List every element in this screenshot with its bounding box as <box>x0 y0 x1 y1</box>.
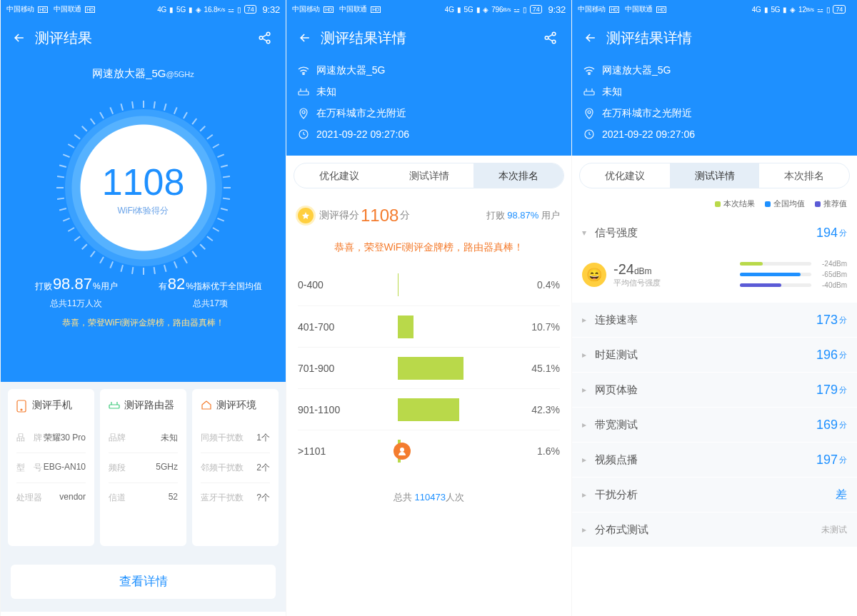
congrats-text: 恭喜，荣登WiFi测评金牌榜，路由器真棒！ <box>1 317 286 329</box>
detail-info: 网速放大器_5G 未知 在万科城市之光附近 2021-09-22 09:27:0… <box>572 57 857 156</box>
page-title: 测评结果详情 <box>606 29 692 48</box>
battery-icon: 74 <box>244 5 257 14</box>
share-button[interactable] <box>541 29 560 47</box>
metric-expanded: 😄 -24dBm平均信号强度 -24dBm-65dBm-40dBm <box>572 250 857 302</box>
tab-0[interactable]: 优化建议 <box>580 163 670 188</box>
page-title: 测评结果 <box>35 29 92 48</box>
metric-item[interactable]: ▸ 干扰分析差 <box>572 478 857 512</box>
svg-point-14 <box>400 448 404 452</box>
card-env: 测评环境 同频干扰数1个邻频干扰数2个蓝牙干扰数?个 <box>192 389 279 546</box>
chevron-icon: ▸ <box>582 350 595 360</box>
medal-icon <box>298 208 314 223</box>
info-row: 处理器vendor <box>16 483 86 513</box>
net-speed: 12B/s <box>798 6 814 14</box>
dist-row: 0-400 0.4% <box>298 264 560 306</box>
location-icon <box>298 108 309 119</box>
view-detail-button[interactable]: 查看详情 <box>11 565 276 599</box>
title-bar: 测评结果详情 <box>286 19 571 57</box>
carrier-1: 中国移动 <box>6 4 34 14</box>
score-number: 1108 <box>65 161 222 203</box>
detail-info: 网速放大器_5G 未知 在万科城市之光附近 2021-09-22 09:27:0… <box>286 57 571 156</box>
home-icon <box>201 400 212 411</box>
signal-5g-icon: 5G <box>464 6 473 14</box>
battery-icon: 74 <box>833 5 846 14</box>
location-text: 在万科城市之光附近 <box>316 107 406 120</box>
wifi-name: 网速放大器_5G <box>316 64 385 77</box>
info-row: 型 号EBG-AN10 <box>16 453 86 483</box>
router-icon <box>298 86 309 98</box>
clock: 9:32 <box>262 4 280 15</box>
chevron-icon: ▸ <box>582 490 595 500</box>
congrats-text: 恭喜，荣登WiFi测评金牌榜，路由器真棒！ <box>286 241 571 254</box>
metric-item[interactable]: ▸ 连接速率173分 <box>572 303 857 337</box>
signal-bars-1: ▮ <box>169 6 174 14</box>
metric-item[interactable]: ▸ 网页体验179分 <box>572 373 857 407</box>
status-bar: 中国移动HD 中国联通HD 4G▮ 5G▮ ◈ 16.8K/s ⚍ ▯ 74 9… <box>1 0 286 19</box>
dist-row: 401-700 10.7% <box>298 306 560 347</box>
chevron-icon: ▸ <box>582 455 595 465</box>
status-bar: 中国移动HD 中国联通HD 4G▮ 5G▮ ◈ 12B/s ⚍ ▯ 74 <box>572 0 857 19</box>
bt-icon: ⚍ <box>817 6 823 14</box>
info-row: 同频干扰数1个 <box>201 423 270 453</box>
title-bar: 测评结果 <box>1 19 286 57</box>
info-row: 品 牌荣耀30 Pro <box>16 423 86 453</box>
metric-item[interactable]: ▸ 分布式测试未测试 <box>572 513 857 547</box>
beat-stat: 打败98.87%用户 总共11万人次 <box>9 275 144 310</box>
score-label: 测评得分 <box>319 209 359 222</box>
metric-item[interactable]: ▾ 信号强度194分 <box>572 216 857 250</box>
router-name: 未知 <box>602 86 622 99</box>
tab-0[interactable]: 优化建议 <box>294 163 384 188</box>
card-router-title: 测评路由器 <box>124 399 174 412</box>
card-phone-title: 测评手机 <box>32 399 72 412</box>
signal-4g-icon: 4G <box>157 6 166 14</box>
card-env-title: 测评环境 <box>216 399 256 412</box>
phone-icon <box>16 400 28 411</box>
chevron-icon: ▾ <box>582 228 595 238</box>
card-phone: 测评手机 品 牌荣耀30 Pro型 号EBG-AN10处理器vendor <box>8 389 94 546</box>
back-button[interactable] <box>582 29 599 46</box>
total-count: 总共 110473人次 <box>286 491 571 504</box>
back-button[interactable] <box>296 29 314 46</box>
svg-point-17 <box>588 111 591 113</box>
metric-list: ▾ 信号强度194分😄 -24dBm平均信号强度 -24dBm-65dBm-40… <box>572 216 857 547</box>
router-name: 未知 <box>316 86 336 99</box>
chevron-icon: ▸ <box>582 385 595 395</box>
chevron-icon: ▸ <box>582 525 595 535</box>
score-number: 1108 <box>361 206 399 226</box>
beat-text: 打败 98.87% 用户 <box>486 209 560 222</box>
router-icon <box>109 400 120 411</box>
phone-detail: 中国移动HD 中国联通HD 4G▮ 5G▮ ◈ 12B/s ⚍ ▯ 74 测评结… <box>571 0 857 616</box>
metric-stat: 有82%指标优于全国均值 总共17项 <box>144 275 278 310</box>
info-row: 蓝牙干扰数?个 <box>201 483 270 513</box>
metric-item[interactable]: ▸ 时延测试196分 <box>572 338 857 372</box>
hd-badge-1: HD <box>38 6 48 13</box>
location-icon <box>583 108 595 119</box>
legend-this: 本次结果 <box>715 198 755 209</box>
info-cards: 测评手机 品 牌荣耀30 Pro型 号EBG-AN10处理器vendor 测评路… <box>1 382 286 546</box>
metric-item[interactable]: ▸ 视频点播197分 <box>572 443 857 477</box>
clock-icon <box>298 128 309 140</box>
distribution-chart: 0-400 0.4%401-700 10.7%701-900 45.1%901-… <box>286 264 571 471</box>
back-button[interactable] <box>11 29 28 46</box>
tab-1[interactable]: 测试详情 <box>670 163 760 188</box>
carrier-2: 中国联通 <box>54 4 81 14</box>
location-text: 在万科城市之光附近 <box>602 107 692 120</box>
bt-icon: ⚍ <box>513 6 520 14</box>
metric-item[interactable]: ▸ 带宽测试169分 <box>572 408 857 442</box>
share-button[interactable] <box>256 29 274 47</box>
user-marker <box>394 443 411 460</box>
legend-national: 全国均值 <box>765 198 805 209</box>
tab-2[interactable]: 本次排名 <box>759 163 849 188</box>
tab-bar: 优化建议测试详情本次排名 <box>579 163 850 188</box>
page-title: 测评结果详情 <box>321 29 406 48</box>
vibrate-icon: ▯ <box>826 6 831 14</box>
tab-2[interactable]: 本次排名 <box>473 163 563 188</box>
wifi-icon: ◈ <box>790 6 796 14</box>
info-row: 频段5GHz <box>109 453 178 483</box>
wifi-icon <box>583 65 595 76</box>
svg-rect-10 <box>299 91 309 95</box>
phone-result: 中国移动HD 中国联通HD 4G▮ 5G▮ ◈ 16.8K/s ⚍ ▯ 74 9… <box>0 0 286 616</box>
svg-marker-13 <box>302 212 309 219</box>
wifi-icon: ◈ <box>483 6 488 14</box>
tab-1[interactable]: 测试详情 <box>384 163 474 188</box>
